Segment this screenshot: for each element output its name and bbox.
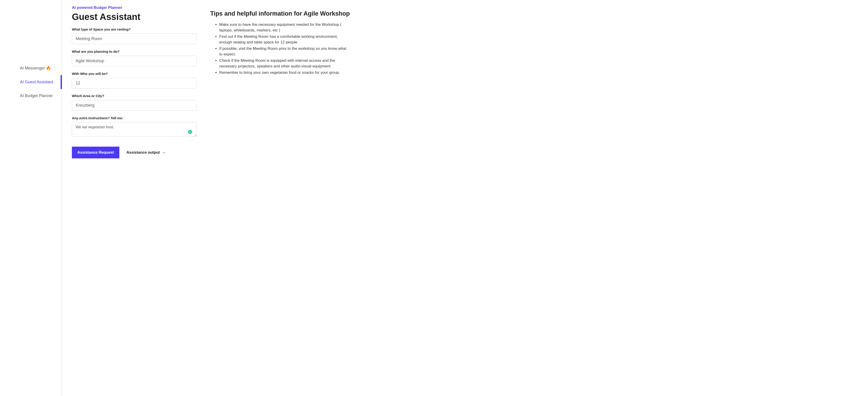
page-kicker: AI powered Budger Planner (72, 5, 197, 10)
space-input[interactable] (72, 33, 197, 44)
extra-textarea[interactable]: We eat vegetarian food. (72, 122, 197, 137)
activity-input[interactable] (72, 56, 197, 66)
field-extra: Any extra instructions? Tell me: We eat … (72, 116, 197, 138)
output-link-label: Assistance output (127, 150, 160, 155)
field-area: Which Area or City? (72, 94, 197, 111)
sidebar-item-guest-assistant[interactable]: AI Guest Assistant (0, 75, 61, 89)
sidebar-item-budget-planner[interactable]: AI Budget Planner (0, 89, 61, 103)
extra-label: Any extra instructions? Tell me: (72, 116, 197, 120)
people-input[interactable] (72, 78, 197, 88)
area-label: Which Area or City? (72, 94, 197, 98)
people-label: With Who you will be? (72, 72, 197, 76)
field-activity: What are you planning to do? (72, 50, 197, 66)
form-column: AI powered Budger Planner Guest Assistan… (72, 5, 197, 387)
sidebar-item-label: AI Budget Planner (20, 93, 53, 98)
tip-item: If possible, visit the Meeting Room prio… (219, 46, 350, 57)
tips-list: Make sure to have the necessary equipmen… (210, 22, 350, 76)
activity-label: What are you planning to do? (72, 50, 197, 53)
area-input[interactable] (72, 100, 197, 111)
main-content: AI powered Budger Planner Guest Assistan… (62, 0, 868, 396)
grammarly-icon (188, 130, 193, 134)
sidebar-item-label: AI Messenger (20, 66, 45, 70)
tips-column: Tips and helpful information for Agile W… (210, 5, 350, 387)
field-people: With Who you will be? (72, 72, 197, 88)
assistance-output-link[interactable]: Assistance output → (127, 150, 166, 155)
assistance-request-button[interactable]: Assistance Request (72, 147, 119, 159)
tip-item: Remember to bring your own vegetarian fo… (219, 70, 350, 76)
space-label: What type of Space you are renting? (72, 27, 197, 31)
actions-row: Assistance Request Assistance output → (72, 147, 197, 159)
sidebar: AI Messenger 🔥 AI Guest Assistant AI Bud… (0, 0, 62, 396)
page-title: Guest Assistant (72, 12, 197, 22)
tip-item: Check if the Meeting Room is equipped wi… (219, 58, 350, 69)
sidebar-item-label: AI Guest Assistant (20, 80, 53, 84)
tips-heading: Tips and helpful information for Agile W… (210, 10, 350, 18)
arrow-right-icon: → (162, 150, 166, 155)
fire-icon: 🔥 (46, 66, 51, 70)
tip-item: Make sure to have the necessary equipmen… (219, 22, 350, 33)
sidebar-item-messenger[interactable]: AI Messenger 🔥 (0, 61, 61, 75)
tip-item: Find out if the Meeting Room has a comfo… (219, 34, 350, 45)
field-space: What type of Space you are renting? (72, 27, 197, 44)
